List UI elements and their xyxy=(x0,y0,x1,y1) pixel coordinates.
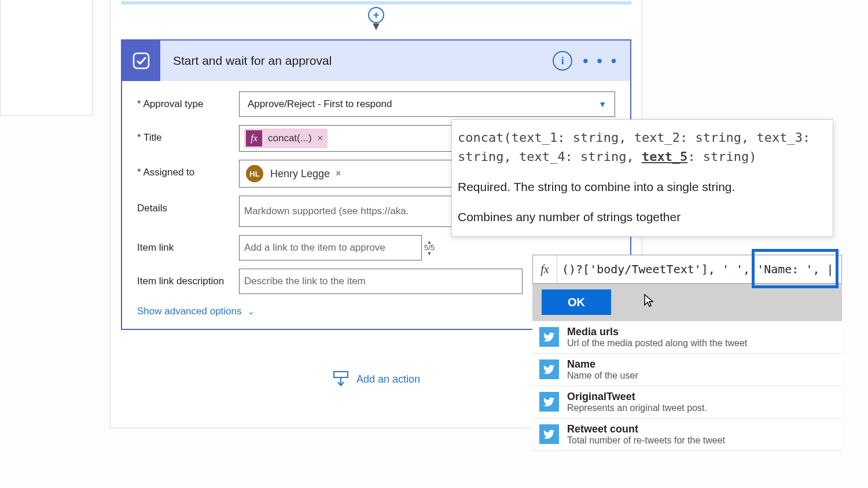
approval-type-select[interactable]: Approve/Reject - First to respond ▼ xyxy=(239,91,615,117)
twitter-icon xyxy=(539,359,559,379)
fx-icon: fx xyxy=(246,130,262,146)
item-desc: Name of the user xyxy=(567,370,638,381)
approval-type-label: * Approval type xyxy=(137,91,239,110)
twitter-icon xyxy=(539,327,559,347)
show-advanced-link[interactable]: Show advanced options⌄ xyxy=(137,302,255,317)
expression-input-row: fx ()?['body/TweetText'], ' ', 'Name: ',… xyxy=(532,255,842,284)
svg-rect-0 xyxy=(134,53,149,68)
avatar: HL xyxy=(246,165,263,182)
add-action-icon xyxy=(332,370,350,388)
fx-label-icon: fx xyxy=(533,255,557,283)
info-button[interactable]: i xyxy=(553,51,572,71)
chevron-down-icon: ▼ xyxy=(598,100,606,109)
remove-token-button[interactable]: × xyxy=(318,133,323,144)
function-description: Combines any number of strings together xyxy=(458,208,827,226)
dynamic-content-list: Media urlsUrl of the media posted along … xyxy=(532,321,842,451)
assigned-to-label: * Assigned to xyxy=(137,160,239,178)
dynamic-item-name[interactable]: NameName of the user xyxy=(532,354,842,386)
person-token[interactable]: HL Henry Legge × xyxy=(244,163,345,184)
dynamic-item-retweet-count[interactable]: Retweet countTotal number of re-tweets f… xyxy=(532,419,842,451)
cursor-icon xyxy=(643,293,654,311)
function-signature-tooltip: concat(text_1: string, text_2: string, t… xyxy=(451,119,833,237)
twitter-icon xyxy=(539,424,559,444)
param-description: Required. The string to combine into a s… xyxy=(458,178,827,196)
card-title: Start and wait for an approval xyxy=(160,54,545,68)
arrow-down-icon: ▼ xyxy=(370,22,382,30)
more-options-button[interactable]: • • • xyxy=(583,52,619,70)
expression-input[interactable]: ()?['body/TweetText'], ' ', 'Name: ', | xyxy=(557,262,841,276)
ok-button[interactable]: OK xyxy=(542,289,611,315)
item-link-desc-input[interactable]: Describe the link to the item xyxy=(239,269,523,294)
title-label: * Title xyxy=(137,125,239,144)
approval-icon xyxy=(122,41,160,81)
connector: + ▼ xyxy=(111,5,642,39)
dynamic-item-original-tweet[interactable]: OriginalTweetRepresents an original twee… xyxy=(532,386,842,419)
ok-row: OK xyxy=(532,284,842,321)
item-link-input[interactable]: Add a link to the item to approve xyxy=(239,235,422,260)
chevron-down-icon: ⌄ xyxy=(248,307,255,316)
svg-rect-1 xyxy=(334,372,348,377)
counter: ▲ 5/5 ▼ xyxy=(424,239,435,256)
dynamic-item-media-urls[interactable]: Media urlsUrl of the media posted along … xyxy=(532,321,842,354)
twitter-icon xyxy=(539,392,559,412)
signature-text: concat(text_1: string, text_2: string, t… xyxy=(458,128,827,166)
remove-person-button[interactable]: × xyxy=(336,168,341,179)
item-link-desc-label: Item link description xyxy=(137,269,239,287)
item-title: Name xyxy=(567,358,638,370)
expression-panel: fx ()?['body/TweetText'], ' ', 'Name: ',… xyxy=(532,255,842,451)
item-desc: Total number of re-tweets for the tweet xyxy=(567,435,725,446)
details-label: Details xyxy=(137,196,239,214)
card-header[interactable]: Start and wait for an approval i • • • xyxy=(122,41,630,81)
item-title: Media urls xyxy=(567,326,747,338)
item-desc: Represents an original tweet post. xyxy=(567,403,707,413)
expression-token[interactable]: fx concat(...) × xyxy=(244,129,328,148)
item-link-label: Item link xyxy=(137,235,239,254)
item-title: OriginalTweet xyxy=(567,391,707,403)
previous-card-stub xyxy=(0,0,93,116)
item-title: Retweet count xyxy=(567,423,725,435)
item-desc: Url of the media posted along with the t… xyxy=(567,338,747,348)
